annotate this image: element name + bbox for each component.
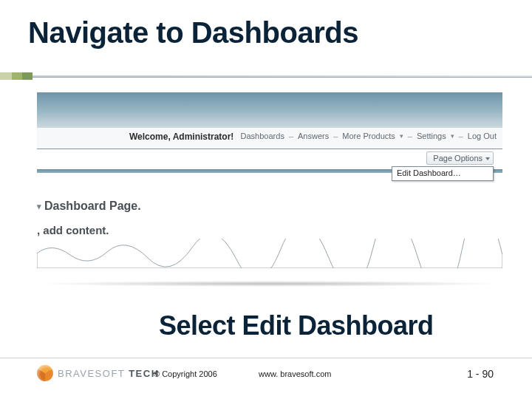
slide-title: Navigate to Dashboards (28, 16, 358, 50)
edit-dashboard-menu-item[interactable]: Edit Dashboard… (392, 166, 494, 181)
footer-url: www. bravesoft.com (259, 369, 331, 378)
body-line-1: ▾Dashboard Page. (37, 200, 141, 213)
footer: BRAVESOFT TECH © Copyright 2006 www. bra… (0, 358, 532, 387)
torn-edge (37, 253, 502, 284)
screenshot-shadow (35, 281, 504, 287)
chevron-down-icon: ▾ (37, 202, 41, 211)
body-line-2: , add content. (37, 224, 109, 236)
copyright: © Copyright 2006 (154, 369, 217, 378)
welcome-text: Welcome, Administrator! (129, 132, 233, 142)
page-options-button[interactable]: Page Options (426, 151, 494, 165)
nav-more-products[interactable]: More Products (342, 132, 395, 140)
nav-settings[interactable]: Settings (417, 132, 446, 140)
nav-logout[interactable]: Log Out (468, 132, 497, 140)
footer-divider (0, 358, 532, 358)
nav-sep: – (459, 132, 463, 140)
chevron-down-icon: ▾ (451, 132, 454, 140)
app-banner (37, 92, 502, 129)
top-nav: Dashboards – Answers – More Products ▾ –… (241, 132, 497, 140)
logo-swirl-icon (37, 365, 53, 381)
nav-sep: – (408, 132, 412, 140)
logo-text: BRAVESOFT TECH (58, 368, 160, 379)
app-screenshot: Welcome, Administrator! Dashboards – Ans… (37, 92, 502, 284)
slide: Navigate to Dashboards Welcome, Administ… (0, 0, 532, 399)
brand-logo: BRAVESOFT TECH (37, 365, 160, 381)
chevron-down-icon: ▾ (400, 132, 403, 140)
nav-sep: – (289, 132, 293, 140)
page-number: 1 - 90 (467, 368, 494, 380)
nav-answers[interactable]: Answers (298, 132, 329, 140)
page-options-row: Page Options (426, 151, 494, 165)
cta-text: Select Edit Dashboard (159, 310, 434, 341)
nav-dashboards[interactable]: Dashboards (241, 132, 284, 140)
title-underline (0, 72, 532, 80)
nav-sep: – (333, 132, 338, 140)
